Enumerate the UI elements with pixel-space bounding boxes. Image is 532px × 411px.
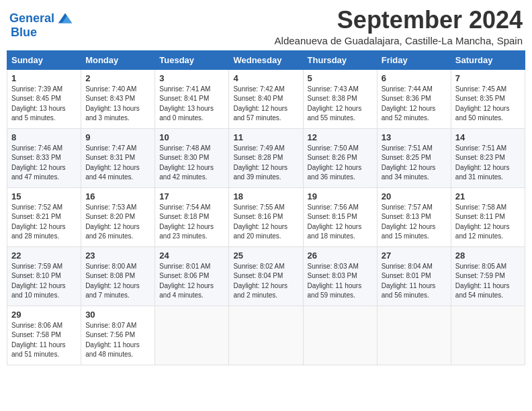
- day-number: 3: [159, 73, 224, 83]
- weekday-sunday: Sunday: [7, 50, 81, 69]
- day-number: 19: [308, 191, 373, 201]
- day-info: Sunrise: 7:44 AM Sunset: 8:36 PM Dayligh…: [382, 85, 447, 124]
- day-number: 27: [382, 250, 447, 261]
- day-cell: 20Sunrise: 7:57 AM Sunset: 8:13 PM Dayli…: [377, 187, 451, 246]
- day-cell: 6Sunrise: 7:44 AM Sunset: 8:36 PM Daylig…: [377, 69, 451, 128]
- title-block: September 2024 Aldeanueva de Guadalajara…: [275, 7, 523, 46]
- day-cell: [229, 306, 303, 365]
- day-cell: 13Sunrise: 7:51 AM Sunset: 8:25 PM Dayli…: [377, 128, 451, 187]
- day-number: 28: [455, 250, 521, 261]
- day-cell: 14Sunrise: 7:51 AM Sunset: 8:23 PM Dayli…: [451, 128, 525, 187]
- day-cell: 22Sunrise: 7:59 AM Sunset: 8:10 PM Dayli…: [7, 246, 81, 306]
- day-cell: 23Sunrise: 8:00 AM Sunset: 8:08 PM Dayli…: [81, 246, 155, 306]
- page-header: General Blue September 2024 Aldeanueva d…: [7, 7, 525, 46]
- day-info: Sunrise: 7:50 AM Sunset: 8:26 PM Dayligh…: [308, 144, 373, 183]
- day-number: 20: [382, 191, 447, 201]
- day-number: 11: [233, 132, 298, 142]
- day-info: Sunrise: 7:41 AM Sunset: 8:41 PM Dayligh…: [159, 85, 224, 124]
- day-number: 14: [455, 132, 521, 142]
- day-info: Sunrise: 8:01 AM Sunset: 8:06 PM Dayligh…: [159, 262, 224, 301]
- day-cell: 27Sunrise: 8:04 AM Sunset: 8:01 PM Dayli…: [377, 246, 451, 306]
- day-info: Sunrise: 8:07 AM Sunset: 7:56 PM Dayligh…: [85, 321, 150, 360]
- day-number: 5: [308, 73, 373, 83]
- weekday-saturday: Saturday: [451, 50, 525, 69]
- day-number: 9: [85, 132, 150, 142]
- calendar-table: SundayMondayTuesdayWednesdayThursdayFrid…: [7, 50, 525, 365]
- day-info: Sunrise: 8:04 AM Sunset: 8:01 PM Dayligh…: [382, 262, 447, 301]
- day-number: 7: [455, 73, 521, 83]
- day-info: Sunrise: 8:00 AM Sunset: 8:08 PM Dayligh…: [85, 262, 150, 301]
- weekday-thursday: Thursday: [303, 50, 377, 69]
- weekday-wednesday: Wednesday: [229, 50, 303, 69]
- day-cell: [303, 306, 377, 365]
- week-row-5: 29Sunrise: 8:06 AM Sunset: 7:58 PM Dayli…: [7, 306, 525, 365]
- day-number: 18: [233, 191, 298, 201]
- day-info: Sunrise: 7:43 AM Sunset: 8:38 PM Dayligh…: [308, 85, 373, 124]
- day-cell: 28Sunrise: 8:05 AM Sunset: 7:59 PM Dayli…: [451, 246, 525, 306]
- day-cell: 12Sunrise: 7:50 AM Sunset: 8:26 PM Dayli…: [303, 128, 377, 187]
- day-cell: 15Sunrise: 7:52 AM Sunset: 8:21 PM Dayli…: [7, 187, 81, 246]
- week-row-4: 22Sunrise: 7:59 AM Sunset: 8:10 PM Dayli…: [7, 246, 525, 306]
- day-info: Sunrise: 7:46 AM Sunset: 8:33 PM Dayligh…: [11, 144, 77, 183]
- day-number: 23: [85, 250, 150, 261]
- day-info: Sunrise: 7:55 AM Sunset: 8:16 PM Dayligh…: [233, 203, 298, 242]
- day-cell: 4Sunrise: 7:42 AM Sunset: 8:40 PM Daylig…: [229, 69, 303, 128]
- logo-icon: [56, 9, 75, 28]
- day-number: 26: [308, 250, 373, 261]
- day-cell: 1Sunrise: 7:39 AM Sunset: 8:45 PM Daylig…: [7, 69, 81, 128]
- month-title: September 2024: [275, 7, 523, 34]
- week-row-1: 1Sunrise: 7:39 AM Sunset: 8:45 PM Daylig…: [7, 69, 525, 128]
- day-info: Sunrise: 7:59 AM Sunset: 8:10 PM Dayligh…: [11, 262, 77, 301]
- day-info: Sunrise: 8:03 AM Sunset: 8:03 PM Dayligh…: [308, 262, 373, 301]
- day-info: Sunrise: 7:53 AM Sunset: 8:20 PM Dayligh…: [85, 203, 150, 242]
- day-info: Sunrise: 7:58 AM Sunset: 8:11 PM Dayligh…: [455, 203, 521, 242]
- day-number: 13: [382, 132, 447, 142]
- day-cell: 17Sunrise: 7:54 AM Sunset: 8:18 PM Dayli…: [155, 187, 229, 246]
- day-number: 12: [308, 132, 373, 142]
- day-cell: 29Sunrise: 8:06 AM Sunset: 7:58 PM Dayli…: [7, 306, 81, 365]
- day-number: 21: [455, 191, 521, 201]
- day-info: Sunrise: 8:06 AM Sunset: 7:58 PM Dayligh…: [11, 321, 77, 360]
- day-cell: 11Sunrise: 7:49 AM Sunset: 8:28 PM Dayli…: [229, 128, 303, 187]
- day-info: Sunrise: 7:51 AM Sunset: 8:23 PM Dayligh…: [455, 144, 521, 183]
- day-info: Sunrise: 7:57 AM Sunset: 8:13 PM Dayligh…: [382, 203, 447, 242]
- day-number: 25: [233, 250, 298, 261]
- day-number: 2: [85, 73, 150, 83]
- week-row-3: 15Sunrise: 7:52 AM Sunset: 8:21 PM Dayli…: [7, 187, 525, 246]
- logo: General Blue: [9, 9, 75, 40]
- day-cell: 2Sunrise: 7:40 AM Sunset: 8:43 PM Daylig…: [81, 69, 155, 128]
- day-cell: [155, 306, 229, 365]
- day-number: 30: [85, 310, 150, 320]
- day-info: Sunrise: 7:56 AM Sunset: 8:15 PM Dayligh…: [308, 203, 373, 242]
- day-cell: 30Sunrise: 8:07 AM Sunset: 7:56 PM Dayli…: [81, 306, 155, 365]
- logo-text: General: [9, 11, 54, 26]
- day-number: 17: [159, 191, 224, 201]
- day-number: 10: [159, 132, 224, 142]
- day-number: 15: [11, 191, 77, 201]
- day-cell: [451, 306, 525, 365]
- day-cell: 18Sunrise: 7:55 AM Sunset: 8:16 PM Dayli…: [229, 187, 303, 246]
- day-number: 6: [382, 73, 447, 83]
- day-number: 4: [233, 73, 298, 83]
- day-number: 24: [159, 250, 224, 261]
- day-cell: 21Sunrise: 7:58 AM Sunset: 8:11 PM Dayli…: [451, 187, 525, 246]
- day-info: Sunrise: 7:54 AM Sunset: 8:18 PM Dayligh…: [159, 203, 224, 242]
- day-cell: 8Sunrise: 7:46 AM Sunset: 8:33 PM Daylig…: [7, 128, 81, 187]
- day-cell: 10Sunrise: 7:48 AM Sunset: 8:30 PM Dayli…: [155, 128, 229, 187]
- day-cell: 5Sunrise: 7:43 AM Sunset: 8:38 PM Daylig…: [303, 69, 377, 128]
- day-info: Sunrise: 7:45 AM Sunset: 8:35 PM Dayligh…: [455, 85, 521, 124]
- day-info: Sunrise: 7:52 AM Sunset: 8:21 PM Dayligh…: [11, 203, 77, 242]
- weekday-monday: Monday: [81, 50, 155, 69]
- day-number: 22: [11, 250, 77, 261]
- day-cell: 25Sunrise: 8:02 AM Sunset: 8:04 PM Dayli…: [229, 246, 303, 306]
- day-info: Sunrise: 7:40 AM Sunset: 8:43 PM Dayligh…: [85, 85, 150, 124]
- day-info: Sunrise: 8:05 AM Sunset: 7:59 PM Dayligh…: [455, 262, 521, 301]
- day-cell: 19Sunrise: 7:56 AM Sunset: 8:15 PM Dayli…: [303, 187, 377, 246]
- day-info: Sunrise: 7:42 AM Sunset: 8:40 PM Dayligh…: [233, 85, 298, 124]
- day-info: Sunrise: 7:51 AM Sunset: 8:25 PM Dayligh…: [382, 144, 447, 183]
- day-info: Sunrise: 7:49 AM Sunset: 8:28 PM Dayligh…: [233, 144, 298, 183]
- weekday-friday: Friday: [377, 50, 451, 69]
- day-cell: 7Sunrise: 7:45 AM Sunset: 8:35 PM Daylig…: [451, 69, 525, 128]
- day-number: 8: [11, 132, 77, 142]
- day-cell: 3Sunrise: 7:41 AM Sunset: 8:41 PM Daylig…: [155, 69, 229, 128]
